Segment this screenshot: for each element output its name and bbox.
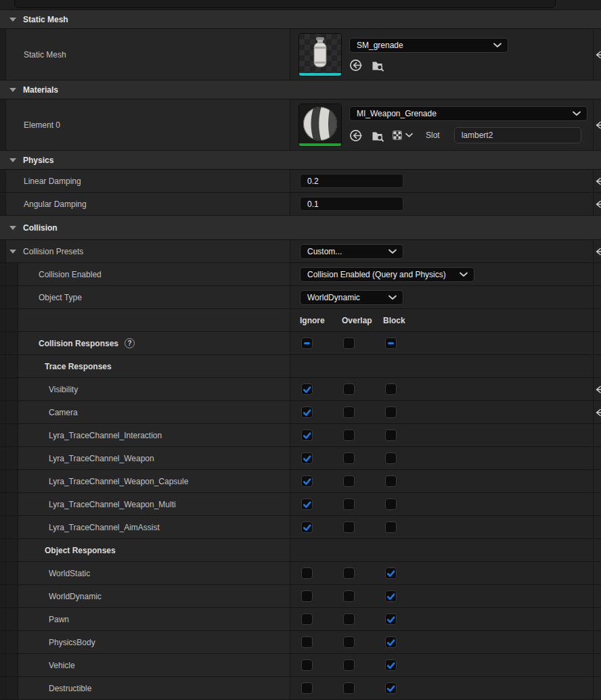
property-name-cell: Static Mesh xyxy=(6,29,290,80)
ignore-checkbox[interactable] xyxy=(301,659,313,671)
collapse-arrow-icon[interactable] xyxy=(9,158,16,162)
use-selected-asset-icon[interactable] xyxy=(349,129,362,142)
block-checkbox[interactable] xyxy=(385,636,397,648)
subgroup-label: Object Responses xyxy=(45,546,116,555)
element0-row: Element 0 xyxy=(0,99,601,151)
reset-to-default-icon[interactable] xyxy=(595,121,601,129)
overlap-checkbox[interactable] xyxy=(343,383,355,395)
block-checkbox[interactable] xyxy=(385,521,397,533)
overlap-checkbox[interactable] xyxy=(343,659,355,671)
reset-to-default-icon[interactable] xyxy=(595,177,601,185)
section-header-materials[interactable]: Materials xyxy=(0,80,601,99)
overlap-checkbox[interactable] xyxy=(343,567,355,579)
reset-to-default-icon[interactable] xyxy=(595,200,601,208)
ignore-checkbox[interactable] xyxy=(301,567,313,579)
ignore-checkbox[interactable] xyxy=(301,636,313,648)
collapse-arrow-icon[interactable] xyxy=(9,226,16,230)
block-checkbox[interactable] xyxy=(385,475,397,487)
block-checkbox[interactable] xyxy=(385,406,397,418)
overlap-checkbox[interactable] xyxy=(343,406,355,418)
indent-guide xyxy=(6,493,18,515)
section-header-collision[interactable]: Collision xyxy=(0,216,601,240)
block-checkbox[interactable] xyxy=(385,429,397,441)
material-asset-dropdown[interactable]: MI_Weapon_Grenade xyxy=(349,106,587,121)
overlap-checkbox[interactable] xyxy=(343,613,355,625)
overlap-checkbox[interactable] xyxy=(343,590,355,602)
ignore-checkbox[interactable] xyxy=(301,452,313,464)
overlap-all-checkbox[interactable] xyxy=(343,337,355,349)
collapse-arrow-icon[interactable] xyxy=(9,88,16,92)
block-checkbox[interactable] xyxy=(385,659,397,671)
reset-to-default-icon[interactable] xyxy=(595,51,601,59)
section-header-physics[interactable]: Physics xyxy=(0,151,601,170)
property-name-cell: Lyra_TraceChannel_Weapon_Capsule xyxy=(6,470,290,492)
ignore-checkbox[interactable] xyxy=(301,590,313,602)
ignore-checkbox[interactable] xyxy=(301,383,313,395)
property-name-cell: Pawn xyxy=(6,608,290,630)
collision-enabled-dropdown[interactable]: Collision Enabled (Query and Physics) xyxy=(300,267,474,282)
ignore-checkbox[interactable] xyxy=(301,521,313,533)
row-gutter xyxy=(0,677,6,699)
reset-column xyxy=(593,608,601,630)
reset-column xyxy=(593,447,601,469)
indent-guide xyxy=(6,332,18,354)
numeric-value-input[interactable] xyxy=(300,197,403,211)
block-all-checkbox[interactable] xyxy=(385,337,397,349)
collision-enabled-row: Collision Enabled Collision Enabled (Que… xyxy=(0,263,601,286)
material-thumbnail[interactable] xyxy=(298,103,342,147)
property-value-cell xyxy=(290,631,593,653)
collapse-arrow-icon[interactable] xyxy=(9,18,16,22)
texture-options-dropdown[interactable] xyxy=(393,131,413,140)
reset-to-default-icon[interactable] xyxy=(595,248,601,256)
ignore-checkbox[interactable] xyxy=(301,613,313,625)
static-mesh-thumbnail[interactable] xyxy=(298,33,342,76)
physics-property-row: Angular Damping xyxy=(0,193,601,216)
reset-to-default-icon[interactable] xyxy=(595,386,601,394)
overlap-checkbox[interactable] xyxy=(343,429,355,441)
property-name-cell: PhysicsBody xyxy=(6,631,290,653)
overlap-checkbox[interactable] xyxy=(343,475,355,487)
help-icon[interactable]: ? xyxy=(125,338,135,348)
block-checkbox[interactable] xyxy=(385,590,397,602)
numeric-value-input[interactable] xyxy=(300,174,403,188)
block-checkbox[interactable] xyxy=(385,452,397,464)
ignore-checkbox[interactable] xyxy=(301,498,313,510)
object-type-dropdown[interactable]: WorldDynamic xyxy=(300,290,403,305)
ignore-checkbox[interactable] xyxy=(301,406,313,418)
property-value-cell: SM_grenade xyxy=(290,29,593,80)
browse-to-asset-icon[interactable] xyxy=(371,59,384,72)
block-checkbox[interactable] xyxy=(385,498,397,510)
overlap-checkbox[interactable] xyxy=(343,452,355,464)
ignore-all-checkbox[interactable] xyxy=(301,337,313,349)
row-gutter xyxy=(0,424,6,446)
slot-name-input[interactable] xyxy=(454,127,581,143)
channel-label: Visibility xyxy=(49,385,78,394)
subgroup-label: Trace Responses xyxy=(45,362,112,371)
static-mesh-asset-dropdown[interactable]: SM_grenade xyxy=(349,38,508,53)
overlap-checkbox[interactable] xyxy=(343,498,355,510)
block-checkbox[interactable] xyxy=(385,613,397,625)
reset-column xyxy=(593,677,601,699)
block-checkbox[interactable] xyxy=(385,682,397,694)
trace-channel-row: Lyra_TraceChannel_Weapon_Multi xyxy=(0,493,601,516)
row-gutter xyxy=(0,193,6,215)
ignore-checkbox[interactable] xyxy=(301,475,313,487)
overlap-checkbox[interactable] xyxy=(343,682,355,694)
block-checkbox[interactable] xyxy=(385,567,397,579)
channel-label: Destructible xyxy=(49,684,91,693)
overlap-checkbox[interactable] xyxy=(343,636,355,648)
browse-to-asset-icon[interactable] xyxy=(371,129,384,142)
indent-guide xyxy=(6,631,18,653)
overlap-checkbox[interactable] xyxy=(343,521,355,533)
property-name-cell: Collision Enabled xyxy=(6,263,290,285)
section-header-static-mesh[interactable]: Static Mesh xyxy=(0,10,601,29)
search-box-remnant[interactable] xyxy=(14,0,556,8)
collision-presets-dropdown[interactable]: Custom... xyxy=(300,244,403,259)
property-value-cell: WorldDynamic xyxy=(290,286,593,308)
use-selected-asset-icon[interactable] xyxy=(349,59,362,72)
block-checkbox[interactable] xyxy=(385,383,397,395)
ignore-checkbox[interactable] xyxy=(301,682,313,694)
reset-to-default-icon[interactable] xyxy=(595,409,601,417)
ignore-checkbox[interactable] xyxy=(301,429,313,441)
expander-arrow-icon[interactable] xyxy=(9,250,16,254)
